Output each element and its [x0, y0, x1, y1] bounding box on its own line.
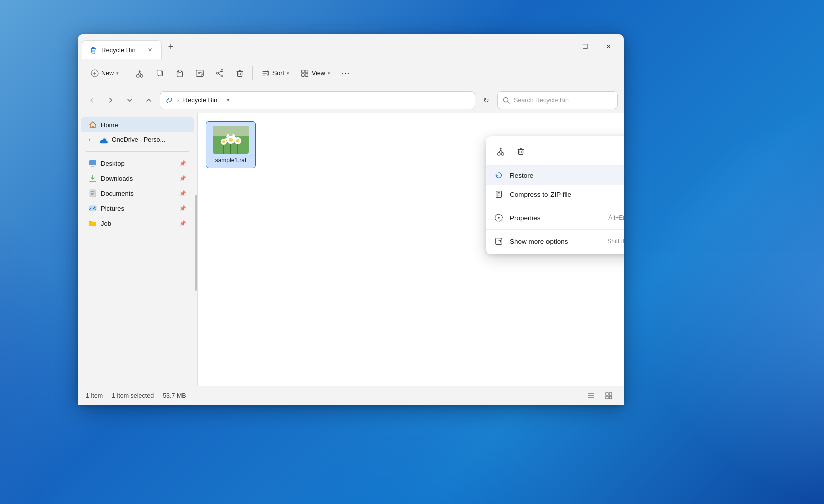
svg-point-78 [498, 217, 500, 219]
sidebar-item-desktop[interactable]: Desktop 📌 [81, 156, 194, 171]
paste-button[interactable] [170, 66, 189, 81]
svg-rect-38 [89, 160, 96, 165]
cm-cut-button[interactable] [492, 142, 510, 160]
view-button[interactable]: View ▾ [295, 66, 335, 81]
sidebar-item-job[interactable]: Job 📌 [81, 216, 194, 231]
svg-point-19 [221, 75, 223, 77]
cm-delete-button[interactable] [512, 142, 530, 160]
selected-info: 1 item selected [112, 392, 154, 399]
context-menu: Restore Compress to ZIP file [486, 136, 624, 254]
file-explorer-window: Recycle Bin ✕ + — ☐ ✕ New ▾ [78, 34, 624, 405]
svg-rect-23 [238, 71, 242, 76]
new-button[interactable]: New ▾ [86, 66, 124, 80]
sidebar-scrollbar [194, 113, 197, 386]
svg-rect-34 [302, 73, 304, 76]
pictures-label: Pictures [101, 205, 124, 212]
recent-locations-button[interactable] [122, 92, 138, 108]
sidebar: Home › OneDrive - Perso... Desktop 📌 [78, 113, 198, 386]
svg-rect-11 [157, 70, 161, 75]
address-dropdown-button[interactable]: ▾ [221, 93, 235, 107]
svg-point-62 [498, 153, 500, 155]
documents-label: Documents [101, 190, 134, 197]
toolbar: New ▾ [78, 59, 624, 87]
downloads-icon [89, 174, 97, 182]
close-button[interactable]: ✕ [597, 38, 620, 54]
cm-show-more-item[interactable]: Show more options Shift+F10 [486, 232, 624, 251]
back-button[interactable] [84, 92, 100, 108]
svg-line-7 [140, 72, 142, 75]
context-menu-toolbar [486, 139, 624, 166]
rename-button[interactable]: A [190, 66, 209, 81]
paste-icon [175, 69, 184, 78]
toolbar-separator-2 [252, 66, 253, 80]
file-size: 53.7 MB [163, 392, 186, 399]
view-icon [300, 69, 309, 78]
up-button[interactable] [141, 92, 157, 108]
desktop-pin-icon: 📌 [179, 160, 186, 167]
sidebar-item-documents[interactable]: Documents 📌 [81, 186, 194, 201]
sort-icon [261, 69, 270, 78]
folder-icon [89, 219, 97, 227]
documents-icon [89, 189, 97, 197]
share-button[interactable] [210, 66, 229, 81]
home-icon [89, 121, 97, 129]
cm-properties-item[interactable]: Properties Alt+Enter [486, 208, 624, 227]
desktop-icon [89, 159, 97, 167]
sidebar-item-home[interactable]: Home [81, 117, 194, 132]
sidebar-item-pictures[interactable]: Pictures 📌 [81, 201, 194, 216]
share-icon [215, 69, 224, 78]
cm-restore-item[interactable]: Restore [486, 166, 624, 185]
sort-chevron-icon: ▾ [287, 71, 289, 76]
svg-line-6 [138, 72, 140, 75]
svg-line-64 [499, 150, 501, 152]
forward-button[interactable] [103, 92, 119, 108]
more-button[interactable]: ··· [336, 66, 356, 81]
svg-rect-68 [519, 149, 523, 154]
sidebar-item-downloads[interactable]: Downloads 📌 [81, 171, 194, 186]
downloads-label: Downloads [101, 175, 133, 182]
properties-shortcut: Alt+Enter [608, 214, 624, 221]
cm-compress-item[interactable]: Compress to ZIP file [486, 185, 624, 204]
new-tab-button[interactable]: + [162, 38, 180, 56]
toolbar-separator-1 [127, 66, 127, 80]
pictures-icon [89, 204, 97, 212]
cut-button[interactable] [130, 66, 149, 81]
file-thumbnail [213, 126, 249, 154]
tab-close-button[interactable]: ✕ [145, 46, 154, 55]
svg-rect-85 [606, 396, 608, 399]
cm-separator-2 [486, 229, 624, 230]
grid-view-toggle[interactable] [602, 389, 616, 403]
copy-button[interactable] [150, 66, 169, 81]
sort-button[interactable]: Sort ▾ [256, 66, 294, 81]
maximize-button[interactable]: ☐ [574, 38, 597, 54]
main-content: Home › OneDrive - Perso... Desktop 📌 [78, 113, 624, 386]
address-path: Recycle Bin [183, 96, 218, 104]
svg-point-52 [222, 140, 225, 143]
recycle-bin-tab[interactable]: Recycle Bin ✕ [82, 40, 162, 59]
svg-rect-45 [89, 206, 96, 211]
svg-rect-73 [496, 191, 502, 198]
downloads-pin-icon: 📌 [179, 175, 186, 182]
window-controls: — ☐ ✕ [551, 34, 624, 59]
title-bar: Recycle Bin ✕ + — ☐ ✕ [78, 34, 624, 59]
search-bar[interactable]: Search Recycle Bin [497, 91, 618, 109]
address-bar[interactable]: › Recycle Bin ▾ [160, 91, 475, 109]
minimize-button[interactable]: — [551, 38, 574, 54]
onedrive-icon [100, 136, 108, 144]
cm-separator-1 [486, 206, 624, 206]
svg-point-63 [501, 153, 504, 155]
address-recycle-icon [165, 96, 173, 104]
delete-button[interactable] [230, 66, 249, 81]
svg-rect-86 [609, 396, 612, 399]
refresh-button[interactable]: ↻ [478, 92, 494, 108]
list-view-toggle[interactable] [584, 389, 598, 403]
svg-point-46 [94, 207, 96, 208]
sidebar-item-onedrive[interactable]: › OneDrive - Perso... [81, 132, 194, 147]
svg-line-21 [218, 71, 221, 72]
svg-rect-84 [609, 393, 612, 395]
svg-line-22 [218, 73, 221, 75]
file-item-sample1[interactable]: sample1.raf [206, 121, 256, 168]
job-label: Job [101, 220, 111, 227]
desktop-label: Desktop [101, 160, 125, 167]
file-area[interactable]: sample1.raf [198, 113, 624, 386]
